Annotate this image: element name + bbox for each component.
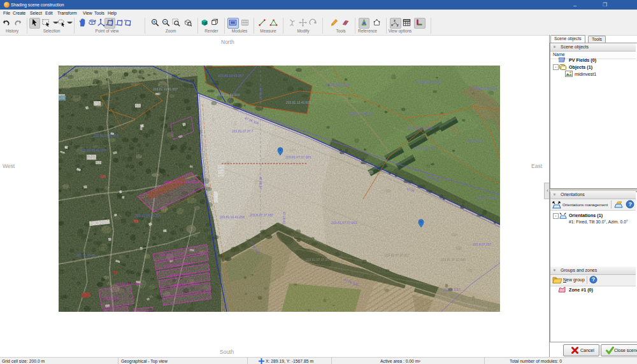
svg-text:47:06:41: 47:06:41 [282,212,286,225]
svg-text:z: z [394,18,396,22]
svg-text:203.81.10.43.057: 203.81.10.43.057 [218,74,244,78]
svg-text:203.8.07.057: 203.8.07.057 [473,242,491,246]
svg-text:203.81.07.07.057: 203.81.07.07.057 [301,307,326,311]
svg-text:A: A [362,21,366,25]
svg-text:203.81.13.41.035: 203.81.13.41.035 [408,126,433,130]
svg-text:203.81.07.37.017: 203.81.07.37.017 [385,253,410,257]
svg-text:203.81.10.45: 203.81.10.45 [76,253,95,257]
svg-text:203.81.10.41.103: 203.81.10.41.103 [81,148,106,152]
svg-text:x: x [391,23,393,27]
svg-text:203.81.07.37.005: 203.81.07.37.005 [285,155,311,159]
svg-text:y: y [129,23,131,26]
svg-text:203.81.10.41.057: 203.81.10.41.057 [153,87,178,91]
svg-text:203.81.13.41.060: 203.81.13.41.060 [348,112,373,116]
svg-text:203.81.07.37.7: 203.81.07.37.7 [414,146,436,150]
svg-text:?: ? [592,276,595,283]
svg-text:203.81.10.41.00503804: 203.81.10.41.00503804 [164,180,199,184]
svg-text:203.81.13.41.202: 203.81.13.41.202 [415,80,441,84]
svg-text:y: y [397,23,399,27]
svg-text:?: ? [628,201,632,207]
svg-text:203.81.07.37.053: 203.81.07.37.053 [331,221,357,225]
svg-text:203.81.10.41.858: 203.81.10.41.858 [116,282,141,286]
svg-text:203.81.10.41.254: 203.81.10.41.254 [135,214,161,218]
svg-text:z: z [121,18,122,22]
svg-text:47:06:17: 47:06:17 [259,88,262,101]
svg-text:203.81.07.37.083: 203.81.07.37.083 [441,258,466,262]
svg-text:203.81.10.41.065: 203.81.10.41.065 [94,134,118,137]
svg-text:203.81.10.41.058: 203.81.10.41.058 [220,215,245,219]
svg-text:203.81.07.07.017: 203.81.07.07.017 [247,286,272,290]
svg-text:47:06:17: 47:06:17 [259,177,262,190]
svg-text:203.81.0.37: 203.81.0.37 [443,288,461,291]
svg-text:203.81.07.37.057: 203.81.07.37.057 [306,258,331,262]
svg-text:z: z [124,18,125,22]
svg-text:203.81.10.41.007: 203.81.10.41.007 [325,83,351,87]
svg-text:203.8.07.37.057: 203.8.07.37.057 [250,213,274,217]
svg-text:203.81.13.41.005: 203.81.13.41.005 [286,101,311,104]
svg-text:203.8.10.41.5: 203.8.10.41.5 [478,196,497,200]
svg-text:203.81.07.37.7: 203.81.07.37.7 [232,129,254,133]
svg-text:203.81.13.41.055: 203.81.13.41.055 [471,87,497,90]
svg-text:203.81.10.8: 203.81.10.8 [103,297,119,300]
svg-text:203.81.10.41.003: 203.81.10.41.003 [215,93,240,97]
svg-text:203.81.13.4: 203.81.13.4 [466,139,483,143]
